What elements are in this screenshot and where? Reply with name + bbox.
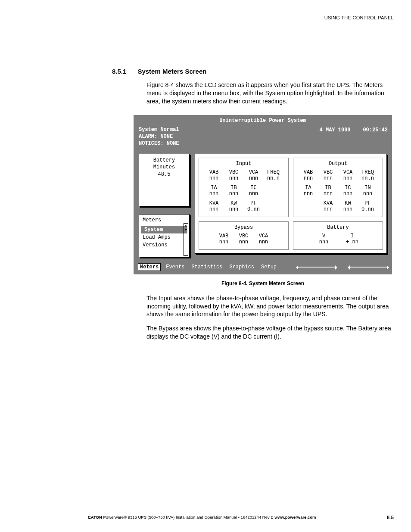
figure-caption: Figure 8-4. System Meters Screen <box>134 280 392 286</box>
lcd-status-block: System Normal ALARM: NONE NOTICES: NONE <box>139 126 179 147</box>
input-panel: Input VABVBCVCAFREQ nnnnnnnnnnn.n IAIBIC… <box>199 158 289 217</box>
status-line-2: ALARM: NONE <box>139 133 179 140</box>
page-header-context: USING THE CONTROL PANEL <box>17 15 394 20</box>
page-footer: EATON Powerware® 9315 UPS (500–750 kVA) … <box>17 515 394 520</box>
lcd-time: 09:25:42 <box>363 127 388 133</box>
battery-value: 48.5 <box>143 171 186 178</box>
bottom-item-events[interactable]: Events <box>164 264 186 271</box>
menu-item-load-amps[interactable]: Load Amps <box>139 233 189 241</box>
footer-text-2: 164201244 Rev E <box>240 515 274 520</box>
lcd-datetime: 4 MAY 1999 09:25:42 <box>320 127 388 133</box>
paragraph-3: The Bypass area shows the phase-to-phase… <box>146 324 394 341</box>
bypass-title: Bypass <box>201 224 286 230</box>
scroll-down-icon[interactable]: ▼ <box>184 228 188 232</box>
section-number: 8.5.1 <box>112 68 126 75</box>
nav-arrow-bar <box>297 267 388 268</box>
lcd-screen: Uninterruptible Power System System Norm… <box>134 115 392 274</box>
battery-panel: Battery VI nnn+ nn <box>293 221 383 250</box>
bypass-panel: Bypass VABVBCVCA nnnnnnnnn <box>199 221 289 250</box>
meter-readout-grid: Input VABVBCVCAFREQ nnnnnnnnnnn.n IAIBIC… <box>195 154 387 254</box>
bottom-menu-bar: Meters Events Statistics Graphics Setup <box>137 263 389 271</box>
intro-paragraph: Figure 8-4 shows the LCD screen as it ap… <box>146 81 394 106</box>
battery-label: Battery Minutes <box>143 157 186 171</box>
battery-minutes-panel: Battery Minutes 48.5 <box>139 154 190 206</box>
menu-title: Meters <box>139 216 189 226</box>
footer-brand: EATON <box>88 515 102 520</box>
bottom-item-graphics[interactable]: Graphics <box>227 264 256 271</box>
status-line-3: NOTICES: NONE <box>139 140 179 147</box>
menu-item-system[interactable]: System <box>141 226 187 233</box>
battery-panel-title: Battery <box>295 224 381 230</box>
scroll-up-icon[interactable]: ▲ <box>184 224 188 228</box>
arrow-left-icon <box>297 267 336 268</box>
lcd-title: Uninterruptible Power System <box>137 118 389 124</box>
menu-scrollbar[interactable]: ▲ ▼ <box>184 223 188 256</box>
paragraph-2: The Input area shows the phase-to-phase … <box>146 294 394 319</box>
menu-item-versions[interactable]: Versions <box>139 241 189 249</box>
bottom-item-setup[interactable]: Setup <box>259 264 278 271</box>
output-title: Output <box>295 161 381 167</box>
section-heading: 8.5.1 System Meters Screen <box>17 68 394 75</box>
section-title: System Meters Screen <box>137 68 206 75</box>
footer-text-1: Powerware® 9315 UPS (500–750 kVA) Instal… <box>102 515 238 520</box>
bottom-item-statistics[interactable]: Statistics <box>190 264 224 271</box>
input-title: Input <box>201 161 286 167</box>
bottom-item-meters[interactable]: Meters <box>138 263 161 271</box>
lcd-date: 4 MAY 1999 <box>320 127 351 133</box>
footer-url: www.powerware.com <box>274 515 316 520</box>
arrow-right-icon <box>349 267 388 268</box>
page-number: 8-5 <box>387 515 394 520</box>
status-line-1: System Normal <box>139 126 179 133</box>
meters-menu-panel: Meters System Load Amps Versions ▲ ▼ <box>139 214 190 257</box>
output-panel: Output VABVBCVCAFREQ nnnnnnnnnnn.n IAIBI… <box>293 158 383 217</box>
